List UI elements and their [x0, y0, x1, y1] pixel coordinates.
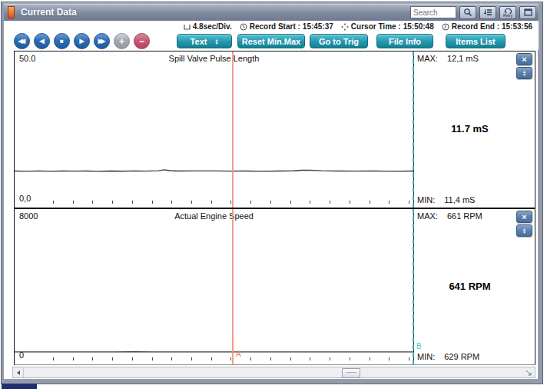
scroll-left-button[interactable] [13, 367, 24, 377]
horizontal-scrollbar[interactable] [12, 367, 535, 378]
value-panel: MAX: 12,1 mS 11.7 mS MIN: 11,4 mS × ▲▼ [414, 51, 535, 208]
clock-icon [442, 23, 449, 31]
items-list-view-button[interactable] [479, 6, 496, 19]
signal-trace [15, 51, 413, 208]
reset-minmax-button[interactable]: Reset Min.Max [237, 34, 305, 48]
title-bar: Current Data Retry [4, 4, 539, 21]
record-start-time: 15:45:37 [303, 22, 333, 31]
step-back-button[interactable]: ◀ [34, 33, 50, 49]
search-icon [463, 8, 472, 17]
items-list-button[interactable]: Items List [446, 34, 506, 48]
cursor-time-value: 15:50:48 [403, 22, 434, 31]
app-icon [8, 6, 15, 18]
record-start: Record Start : 15:45:37 [240, 22, 333, 31]
stop-icon: ■ [60, 38, 64, 45]
min-readout: MIN: 629 RPM [417, 352, 479, 361]
bottom-navy-accent [2, 384, 37, 389]
time-div-icon [184, 24, 191, 30]
cursor-a-line[interactable] [232, 51, 234, 208]
min-readout: MIN: 11,4 mS [417, 195, 475, 204]
retry-label: Retry [503, 14, 512, 18]
file-info-button[interactable]: File Info [376, 34, 433, 48]
cursor-crosshair-icon [341, 23, 349, 31]
rewind-button[interactable]: ◀◀ [14, 33, 30, 49]
close-channel-button[interactable]: × [516, 211, 532, 223]
scale-min-label: 0 [19, 350, 24, 360]
rewind-icon: ◀◀ [18, 38, 25, 45]
fast-forward-icon: ▶▶ [98, 38, 105, 45]
scale-min-label: 0,0 [19, 194, 31, 203]
value-panel: MAX: 661 RPM 641 RPM B MIN: 629 RPM × ▲▼ [414, 209, 535, 364]
cursor-a-line[interactable] [232, 209, 234, 364]
record-info-bar: 4.8sec/Div. Record Start : 15:45:37 Curs… [4, 21, 539, 32]
signal-trace [15, 209, 413, 364]
cursor-time: Cursor Time : 15:50:48 [341, 22, 434, 31]
record-end: Record End : 15:53:56 [442, 22, 532, 31]
step-back-icon: ◀ [39, 38, 44, 45]
window-title: Current Data [21, 7, 77, 18]
min-value: 629 RPM [444, 352, 479, 361]
close-icon: × [522, 55, 526, 63]
move-channel-button[interactable]: ▲▼ [516, 224, 532, 237]
clock-icon [240, 23, 247, 31]
fast-forward-button[interactable]: ▶▶ [94, 33, 110, 49]
chart-title: Actual Engine Speed [15, 211, 413, 221]
maximize-button[interactable] [519, 6, 536, 19]
display-mode-select[interactable]: Text ▲▼ [177, 34, 232, 48]
record-end-time: 15:53:56 [502, 22, 532, 31]
cursor-value: 641 RPM [414, 281, 512, 292]
updown-icon: ▲▼ [214, 38, 218, 45]
stop-button[interactable]: ■ [54, 33, 70, 49]
chart-panel-engine-speed: 8000 Actual Engine Speed 0 A MAX: 661 RP… [14, 209, 535, 365]
close-channel-button[interactable]: × [516, 53, 532, 65]
cursor-value: 11.7 mS [414, 123, 512, 135]
chart-title: Spill Valve Pulse Length [15, 54, 413, 63]
add-item-button[interactable]: + [114, 33, 130, 49]
search-button[interactable] [459, 6, 476, 19]
remove-icon: − [139, 36, 144, 47]
plot-area[interactable]: 50.0 Spill Valve Pulse Length 0,0 [15, 51, 414, 208]
plot-area[interactable]: 8000 Actual Engine Speed 0 A [15, 209, 414, 364]
scroll-left-icon [17, 370, 20, 375]
resize-grip-icon [525, 366, 532, 380]
max-readout: MAX: 661 RPM [417, 211, 482, 221]
max-value: 661 RPM [447, 211, 482, 221]
cursor-a-label: A [236, 350, 241, 358]
cursor-b-label: B [416, 342, 422, 350]
move-channel-button[interactable]: ▲▼ [516, 67, 532, 79]
min-value: 11,4 mS [444, 195, 475, 204]
toolbar: ◀◀ ◀ ■ ▶ ▶▶ + − Text ▲▼ Reset Min.Max Go… [4, 32, 539, 50]
list-icon [483, 8, 492, 17]
maximize-icon [524, 8, 532, 16]
x-axis-ticks [53, 357, 409, 360]
go-to-trig-button[interactable]: Go to Trig [310, 34, 368, 48]
play-icon: ▶ [79, 38, 84, 45]
titlebar-controls: Retry [410, 6, 536, 19]
scrollbar-thumb[interactable] [342, 368, 360, 378]
chart-panel-spill-valve: 50.0 Spill Valve Pulse Length 0,0 MAX: 1… [14, 51, 535, 209]
updown-icon: ▲▼ [522, 228, 526, 234]
retry-button[interactable]: Retry [499, 6, 516, 19]
max-value: 12,1 mS [447, 54, 479, 63]
remove-item-button[interactable]: − [134, 33, 150, 49]
x-axis-ticks [53, 201, 409, 204]
close-icon: × [522, 213, 526, 221]
resize-grip[interactable] [524, 368, 533, 377]
max-readout: MAX: 12,1 mS [417, 54, 479, 63]
play-button[interactable]: ▶ [74, 33, 90, 49]
add-icon: + [119, 36, 124, 47]
updown-icon: ▲▼ [522, 70, 526, 76]
time-per-div: 4.8sec/Div. [184, 22, 232, 31]
search-input[interactable] [410, 6, 456, 18]
